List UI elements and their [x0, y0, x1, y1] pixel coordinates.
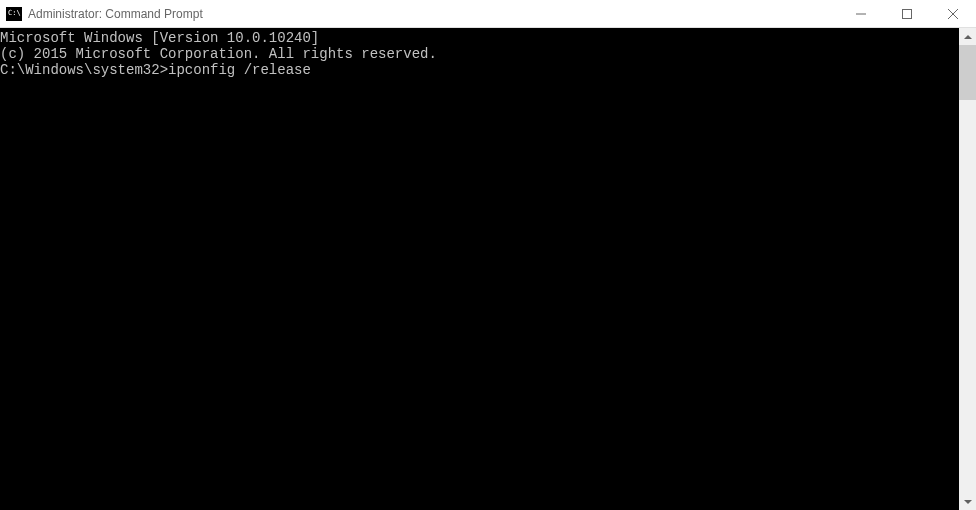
close-button[interactable]: [930, 0, 976, 27]
maximize-button[interactable]: [884, 0, 930, 27]
window-controls: [838, 0, 976, 27]
app-icon: C:\.: [6, 7, 22, 21]
minimize-button[interactable]: [838, 0, 884, 27]
terminal-output[interactable]: Microsoft Windows [Version 10.0.10240](c…: [0, 28, 959, 510]
titlebar[interactable]: C:\. Administrator: Command Prompt: [0, 0, 976, 28]
chevron-down-icon: [964, 500, 972, 504]
output-line: Microsoft Windows [Version 10.0.10240]: [0, 30, 959, 46]
scroll-down-button[interactable]: [959, 493, 976, 510]
output-line: (c) 2015 Microsoft Corporation. All righ…: [0, 46, 959, 62]
prompt-line: C:\Windows\system32>ipconfig /release: [0, 62, 959, 78]
minimize-icon: [856, 9, 866, 19]
vertical-scrollbar[interactable]: [959, 28, 976, 510]
chevron-up-icon: [964, 35, 972, 39]
svg-rect-1: [903, 9, 912, 18]
app-icon-text: C:\.: [8, 10, 25, 17]
prompt-path: C:\Windows\system32>: [0, 62, 168, 78]
command-prompt-window: C:\. Administrator: Command Prompt Micro…: [0, 0, 976, 510]
scroll-track[interactable]: [959, 45, 976, 493]
maximize-icon: [902, 9, 912, 19]
scroll-thumb[interactable]: [959, 45, 976, 100]
scroll-up-button[interactable]: [959, 28, 976, 45]
window-title: Administrator: Command Prompt: [28, 7, 838, 21]
terminal-area: Microsoft Windows [Version 10.0.10240](c…: [0, 28, 976, 510]
close-icon: [948, 9, 958, 19]
command-input[interactable]: ipconfig /release: [168, 62, 311, 78]
